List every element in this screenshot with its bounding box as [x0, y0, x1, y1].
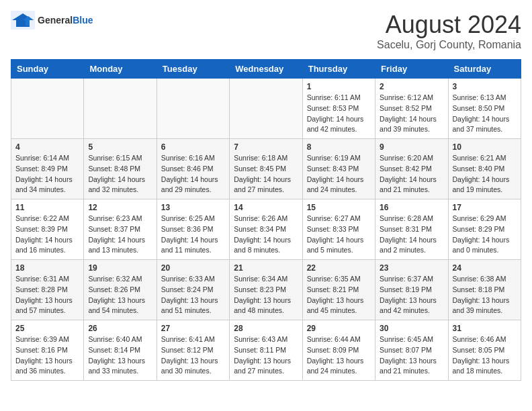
day-info: Sunrise: 6:46 AM Sunset: 8:05 PM Dayligh… — [453, 334, 517, 377]
day-number: 4 — [15, 142, 79, 152]
day-info: Sunrise: 6:32 AM Sunset: 8:26 PM Dayligh… — [88, 274, 152, 316]
day-number: 26 — [88, 324, 152, 333]
calendar-day: 28Sunrise: 6:43 AM Sunset: 8:11 PM Dayli… — [230, 320, 302, 381]
calendar-header-tuesday: Tuesday — [157, 60, 229, 79]
day-info: Sunrise: 6:34 AM Sunset: 8:23 PM Dayligh… — [234, 274, 298, 316]
day-number: 16 — [380, 203, 443, 212]
logo-icon — [11, 11, 35, 30]
day-number: 8 — [307, 142, 371, 152]
calendar-day: 5Sunrise: 6:15 AM Sunset: 8:48 PM Daylig… — [84, 139, 157, 199]
logo: General Blue — [11, 11, 93, 30]
day-info: Sunrise: 6:12 AM Sunset: 8:52 PM Dayligh… — [380, 93, 443, 135]
calendar-day: 6Sunrise: 6:16 AM Sunset: 8:46 PM Daylig… — [157, 139, 229, 199]
calendar-day: 7Sunrise: 6:18 AM Sunset: 8:45 PM Daylig… — [230, 139, 302, 199]
calendar-header-row: SundayMondayTuesdayWednesdayThursdayFrid… — [11, 60, 521, 79]
title-section: August 2024 Sacelu, Gorj County, Romania — [377, 11, 521, 51]
day-info: Sunrise: 6:28 AM Sunset: 8:31 PM Dayligh… — [380, 214, 443, 256]
day-number: 19 — [88, 263, 152, 273]
calendar-day: 10Sunrise: 6:21 AM Sunset: 8:40 PM Dayli… — [448, 139, 521, 199]
subtitle: Sacelu, Gorj County, Romania — [377, 39, 521, 51]
day-info: Sunrise: 6:22 AM Sunset: 8:39 PM Dayligh… — [15, 214, 79, 256]
main-title: August 2024 — [377, 11, 521, 39]
calendar-day: 26Sunrise: 6:40 AM Sunset: 8:14 PM Dayli… — [84, 320, 157, 381]
calendar-day: 22Sunrise: 6:35 AM Sunset: 8:21 PM Dayli… — [302, 260, 375, 320]
day-info: Sunrise: 6:20 AM Sunset: 8:42 PM Dayligh… — [380, 153, 443, 195]
day-number: 6 — [161, 142, 225, 152]
day-number: 15 — [307, 203, 371, 212]
day-info: Sunrise: 6:25 AM Sunset: 8:36 PM Dayligh… — [161, 214, 225, 256]
calendar-day: 23Sunrise: 6:37 AM Sunset: 8:19 PM Dayli… — [375, 260, 448, 320]
day-info: Sunrise: 6:15 AM Sunset: 8:48 PM Dayligh… — [88, 153, 152, 195]
calendar-week-row: 18Sunrise: 6:31 AM Sunset: 8:28 PM Dayli… — [11, 260, 521, 320]
calendar-day: 31Sunrise: 6:46 AM Sunset: 8:05 PM Dayli… — [448, 320, 521, 381]
calendar-day: 3Sunrise: 6:13 AM Sunset: 8:50 PM Daylig… — [448, 79, 521, 139]
day-number: 1 — [307, 82, 371, 91]
calendar-day — [157, 79, 229, 139]
calendar-day: 9Sunrise: 6:20 AM Sunset: 8:42 PM Daylig… — [375, 139, 448, 199]
day-info: Sunrise: 6:31 AM Sunset: 8:28 PM Dayligh… — [15, 274, 79, 316]
day-number: 9 — [380, 142, 443, 152]
day-info: Sunrise: 6:44 AM Sunset: 8:09 PM Dayligh… — [307, 334, 371, 377]
calendar-day — [84, 79, 157, 139]
day-info: Sunrise: 6:33 AM Sunset: 8:24 PM Dayligh… — [161, 274, 225, 316]
calendar: SundayMondayTuesdayWednesdayThursdayFrid… — [11, 59, 521, 381]
day-number: 2 — [380, 82, 443, 91]
day-number: 31 — [453, 324, 517, 333]
day-info: Sunrise: 6:21 AM Sunset: 8:40 PM Dayligh… — [453, 153, 517, 195]
day-info: Sunrise: 6:38 AM Sunset: 8:18 PM Dayligh… — [453, 274, 517, 316]
calendar-day — [11, 79, 84, 139]
calendar-header-saturday: Saturday — [448, 60, 521, 79]
day-info: Sunrise: 6:43 AM Sunset: 8:11 PM Dayligh… — [234, 334, 298, 377]
day-number: 17 — [453, 203, 517, 212]
calendar-day: 27Sunrise: 6:41 AM Sunset: 8:12 PM Dayli… — [157, 320, 229, 381]
day-number: 30 — [380, 324, 443, 333]
day-number: 11 — [15, 203, 79, 212]
day-info: Sunrise: 6:16 AM Sunset: 8:46 PM Dayligh… — [161, 153, 225, 195]
day-number: 18 — [15, 263, 79, 273]
day-number: 20 — [161, 263, 225, 273]
day-info: Sunrise: 6:41 AM Sunset: 8:12 PM Dayligh… — [161, 334, 225, 377]
day-number: 21 — [234, 263, 298, 273]
calendar-day: 20Sunrise: 6:33 AM Sunset: 8:24 PM Dayli… — [157, 260, 229, 320]
calendar-header-monday: Monday — [84, 60, 157, 79]
calendar-day: 16Sunrise: 6:28 AM Sunset: 8:31 PM Dayli… — [375, 199, 448, 260]
calendar-header-wednesday: Wednesday — [230, 60, 302, 79]
calendar-week-row: 25Sunrise: 6:39 AM Sunset: 8:16 PM Dayli… — [11, 320, 521, 381]
calendar-day: 19Sunrise: 6:32 AM Sunset: 8:26 PM Dayli… — [84, 260, 157, 320]
day-info: Sunrise: 6:35 AM Sunset: 8:21 PM Dayligh… — [307, 274, 371, 316]
day-number: 25 — [15, 324, 79, 333]
day-number: 29 — [307, 324, 371, 333]
calendar-header-thursday: Thursday — [302, 60, 375, 79]
day-number: 24 — [453, 263, 517, 273]
calendar-week-row: 1Sunrise: 6:11 AM Sunset: 8:53 PM Daylig… — [11, 79, 521, 139]
day-number: 10 — [453, 142, 517, 152]
day-number: 13 — [161, 203, 225, 212]
calendar-day: 17Sunrise: 6:29 AM Sunset: 8:29 PM Dayli… — [448, 199, 521, 260]
day-number: 14 — [234, 203, 298, 212]
calendar-header-friday: Friday — [375, 60, 448, 79]
calendar-day: 18Sunrise: 6:31 AM Sunset: 8:28 PM Dayli… — [11, 260, 84, 320]
calendar-day: 15Sunrise: 6:27 AM Sunset: 8:33 PM Dayli… — [302, 199, 375, 260]
calendar-week-row: 4Sunrise: 6:14 AM Sunset: 8:49 PM Daylig… — [11, 139, 521, 199]
day-info: Sunrise: 6:26 AM Sunset: 8:34 PM Dayligh… — [234, 214, 298, 256]
day-info: Sunrise: 6:40 AM Sunset: 8:14 PM Dayligh… — [88, 334, 152, 377]
header: General Blue August 2024 Sacelu, Gorj Co… — [11, 11, 521, 51]
calendar-day — [230, 79, 302, 139]
calendar-day: 25Sunrise: 6:39 AM Sunset: 8:16 PM Dayli… — [11, 320, 84, 381]
day-number: 3 — [453, 82, 517, 91]
calendar-day: 2Sunrise: 6:12 AM Sunset: 8:52 PM Daylig… — [375, 79, 448, 139]
calendar-day: 14Sunrise: 6:26 AM Sunset: 8:34 PM Dayli… — [230, 199, 302, 260]
day-number: 28 — [234, 324, 298, 333]
calendar-day: 21Sunrise: 6:34 AM Sunset: 8:23 PM Dayli… — [230, 260, 302, 320]
day-number: 7 — [234, 142, 298, 152]
logo-blue-text: Blue — [73, 15, 93, 26]
day-info: Sunrise: 6:19 AM Sunset: 8:43 PM Dayligh… — [307, 153, 371, 195]
day-info: Sunrise: 6:13 AM Sunset: 8:50 PM Dayligh… — [453, 93, 517, 135]
day-number: 5 — [88, 142, 152, 152]
calendar-day: 4Sunrise: 6:14 AM Sunset: 8:49 PM Daylig… — [11, 139, 84, 199]
calendar-day: 1Sunrise: 6:11 AM Sunset: 8:53 PM Daylig… — [302, 79, 375, 139]
calendar-header-sunday: Sunday — [11, 60, 84, 79]
day-number: 12 — [88, 203, 152, 212]
calendar-day: 11Sunrise: 6:22 AM Sunset: 8:39 PM Dayli… — [11, 199, 84, 260]
day-info: Sunrise: 6:39 AM Sunset: 8:16 PM Dayligh… — [15, 334, 79, 377]
